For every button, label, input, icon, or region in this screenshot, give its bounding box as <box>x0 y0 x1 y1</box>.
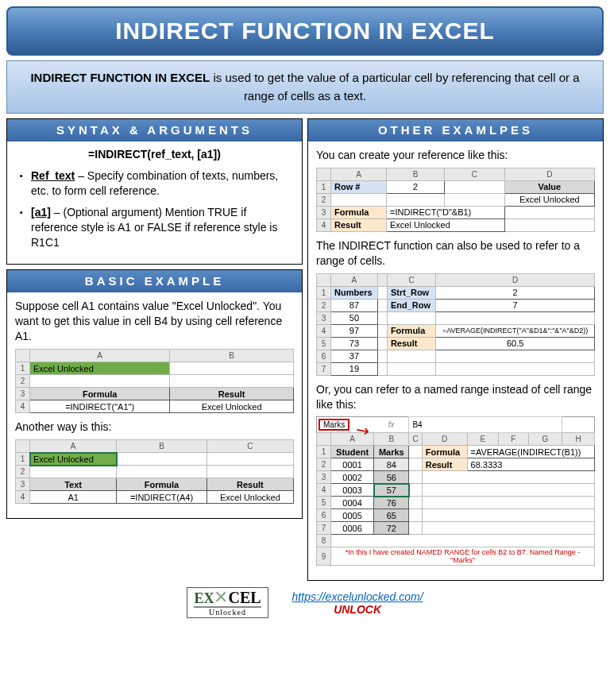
basic-intro: Suppose cell A1 contains value "Excel Un… <box>15 299 294 344</box>
other-p1: You can create your reference like this: <box>316 148 595 163</box>
other-table-1: ABCD 1Row #2Value 2Excel Unlocked 3Formu… <box>316 168 595 232</box>
other-header: OTHER EXAMLPES <box>308 119 603 141</box>
other-p3: Or, you can refer to a named range inste… <box>316 382 595 412</box>
main-title: INDIRECT FUNCTION IN EXCEL <box>6 6 604 56</box>
other-examples-box: OTHER EXAMLPES You can create your refer… <box>307 118 604 581</box>
other-p2: The INDIRECT function can also be used t… <box>316 238 595 269</box>
basic-header: BASIC EXAMPLE <box>7 270 302 292</box>
arg-a1: [a1] – (Optional argument) Mention TRUE … <box>20 205 294 250</box>
x-icon: ✕ <box>214 587 228 607</box>
subtitle-box: INDIRECT FUNCTION IN EXCEL is used to ge… <box>6 60 604 114</box>
unlock-text: UNLOCK <box>334 603 381 616</box>
arg-ref-text: Ref_text – Specify combination of texts,… <box>20 168 294 199</box>
subtitle-bold: INDIRECT FUNCTION IN EXCEL <box>30 71 210 84</box>
syntax-header: SYNTAX & ARGUMENTS <box>7 119 302 141</box>
other-table-3: Marks↘fxB4 ABCDEFGH 1StudentMarksFormula… <box>316 416 595 566</box>
name-box: Marks <box>319 419 349 431</box>
basic-table-2: ABC 1Excel Unlocked 2 3TextFormulaResult… <box>15 439 294 504</box>
basic-example-box: BASIC EXAMPLE Suppose cell A1 contains v… <box>6 269 303 519</box>
named-range-footnote: *In this I have created NAMED RANGE for … <box>331 547 595 566</box>
site-link[interactable]: https://excelunlocked.com/ <box>292 590 423 603</box>
basic-another: Another way is this: <box>15 420 294 435</box>
basic-table-1: AB 1Excel Unlocked 2 3FormulaResult 4=IN… <box>15 349 294 413</box>
logo: EX✕CEL Unlocked <box>187 587 268 618</box>
syntax-formula: =INDIRECT(ref_text, [a1]) <box>15 148 294 160</box>
syntax-box: SYNTAX & ARGUMENTS =INDIRECT(ref_text, [… <box>6 118 303 265</box>
subtitle-text: is used to get the value of a particular… <box>210 71 579 102</box>
other-table-2: ACD 1NumbersStrt_Row2 287End_Row7 350 49… <box>316 273 595 376</box>
footer: EX✕CEL Unlocked https://excelunlocked.co… <box>6 587 604 618</box>
